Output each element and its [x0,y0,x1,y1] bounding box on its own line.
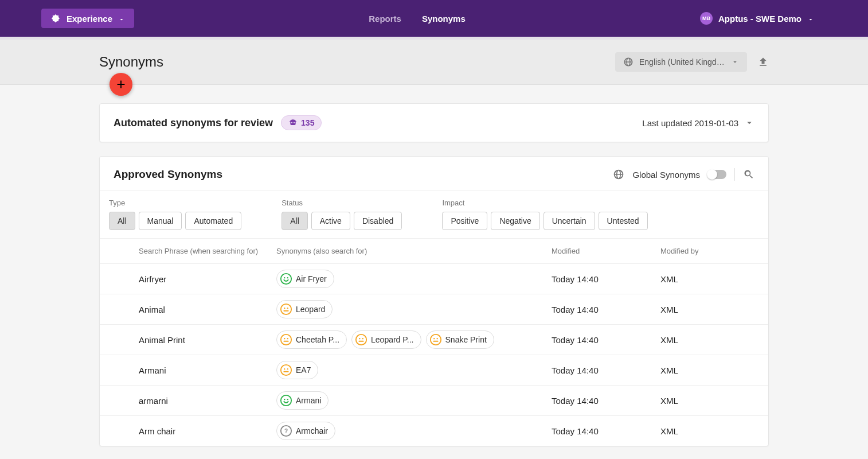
globe-icon [623,57,634,67]
col-phrase: Search Phrase (when searching for) [139,247,276,255]
filter-button[interactable]: Untested [599,212,648,230]
language-selector[interactable]: English (United Kingdo... [615,52,747,72]
synonym-chip[interactable]: Leopard [276,300,333,318]
filter-type: Type AllManualAutomated [109,199,241,230]
modified-by: XML [660,365,764,375]
col-modified: Modified [552,247,660,255]
chevron-down-icon [744,118,754,128]
review-count-pill: 135 [281,115,322,130]
filter-type-label: Type [109,199,241,207]
synonym-label: Leopard P... [371,335,413,344]
nav-reports[interactable]: Reports [369,14,401,24]
experience-menu[interactable]: Experience [41,9,134,28]
synonym-chip[interactable]: ?Armchair [276,422,335,440]
modified-by: XML [660,335,764,345]
caret-down-icon [731,58,739,66]
svg-point-16 [433,338,435,339]
svg-point-11 [356,334,366,345]
search-phrase: Animal Print [139,335,276,345]
svg-point-25 [287,399,288,400]
synonym-chip[interactable]: EA7 [276,361,318,379]
table-row[interactable]: AnimalLeopardToday 14:40XML [100,294,768,324]
impact-face-icon: ? [280,425,292,437]
impact-face-icon [280,364,292,376]
nav-center: Reports Synonyms [134,14,700,24]
table-row[interactable]: Arm chair?ArmchairToday 14:40XML [100,415,768,446]
upload-button[interactable] [757,56,769,68]
synonym-label: Air Fryer [296,274,327,283]
review-card[interactable]: Automated synonyms for review 135 Last u… [99,103,769,142]
synonym-chip[interactable]: Air Fryer [276,270,334,288]
globe-icon [613,169,624,180]
filter-button[interactable]: Active [311,212,350,230]
review-last-updated: Last updated 2019-01-03 [642,118,738,128]
filter-impact-label: Impact [442,199,647,207]
svg-point-24 [284,399,285,400]
table-row[interactable]: Animal PrintCheetah P...Leopard P...Snak… [100,324,768,355]
svg-point-0 [281,274,291,284]
modified-by: XML [660,426,764,436]
impact-face-icon [429,333,442,346]
avatar: MB [700,12,713,25]
content: Automated synonyms for review 135 Last u… [99,85,769,459]
svg-point-21 [287,368,288,369]
modified-time: Today 14:40 [552,335,660,345]
add-button[interactable] [110,73,132,96]
filter-button[interactable]: Disabled [354,212,402,230]
search-phrase: Arm chair [139,426,276,436]
review-count: 135 [301,118,314,127]
synonym-label: Cheetah P... [296,335,339,344]
approved-card: Approved Synonyms Global Synonyms Type A… [99,156,769,446]
filter-impact: Impact PositiveNegativeUncertainUntested [442,199,647,230]
svg-point-4 [284,308,285,309]
synonym-chip[interactable]: Armani [276,391,329,410]
table-header: Search Phrase (when searching for) Synon… [100,239,768,263]
table-row[interactable]: ArmaniEA7Today 14:40XML [100,355,768,385]
filter-button[interactable]: All [281,212,308,230]
nav-synonyms[interactable]: Synonyms [422,14,466,24]
svg-point-19 [281,365,291,375]
modified-by: XML [660,305,764,314]
caret-down-icon [807,15,814,22]
svg-point-17 [436,338,437,339]
search-phrase: armarni [139,396,276,406]
filter-button[interactable]: Manual [139,212,182,230]
svg-point-3 [281,304,291,314]
filter-button[interactable]: Negative [491,212,539,230]
svg-point-9 [287,338,288,339]
filter-button[interactable]: All [109,212,135,230]
table-row[interactable]: armarniArmaniToday 14:40XML [100,385,768,415]
synonym-label: Leopard [296,305,325,314]
svg-point-2 [287,277,288,278]
synonym-chip[interactable]: Cheetah P... [276,330,347,349]
synonym-chip[interactable]: Snake Print [426,330,494,349]
svg-point-1 [284,277,285,278]
synonym-label: EA7 [296,365,311,375]
impact-face-icon [280,333,292,346]
brand-icon [50,13,61,24]
filter-button[interactable]: Automated [185,212,241,230]
scope-label: Global Synonyms [632,170,700,180]
modified-by: XML [660,396,764,406]
svg-point-5 [287,308,288,309]
filter-button[interactable]: Uncertain [544,212,595,230]
table-row[interactable]: AirfryerAir FryerToday 14:40XML [100,263,768,294]
top-nav: Experience Reports Synonyms MB Apptus - … [0,0,868,37]
review-title: Automated synonyms for review [114,117,273,129]
search-icon[interactable] [743,169,754,180]
robot-icon [288,118,298,127]
search-phrase: Airfryer [139,274,276,284]
account-menu[interactable]: MB Apptus - SWE Demo [700,12,814,25]
approved-title: Approved Synonyms [114,168,222,181]
experience-label: Experience [67,14,112,24]
filter-status: Status AllActiveDisabled [281,199,402,230]
svg-point-23 [281,395,291,406]
impact-face-icon [280,394,292,407]
synonym-label: Armchair [296,426,328,435]
modified-time: Today 14:40 [552,365,660,375]
filter-button[interactable]: Positive [442,212,487,230]
synonym-chip[interactable]: Leopard P... [351,330,421,349]
filters: Type AllManualAutomated Status AllActive… [100,190,768,239]
modified-time: Today 14:40 [552,274,660,284]
global-synonyms-toggle[interactable] [708,170,726,179]
